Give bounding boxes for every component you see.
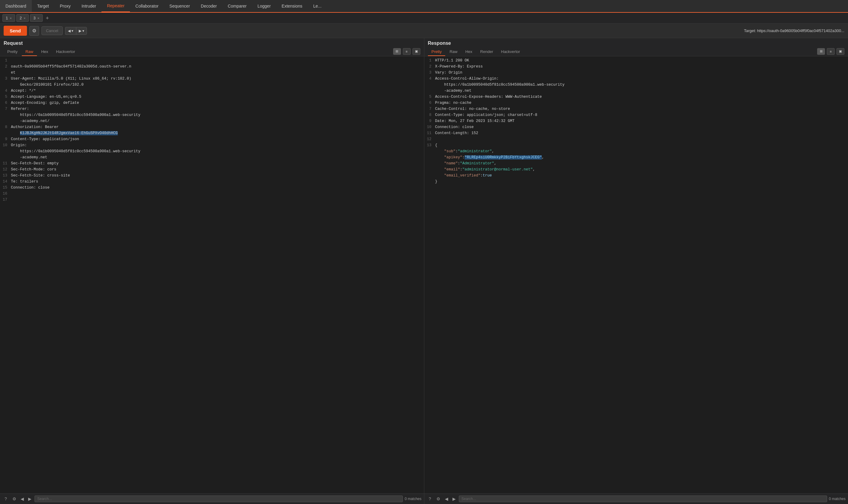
request-search-section: ? ⚙ ◀ ▶ 0 matches [0, 494, 424, 504]
request-line-19: 16 [0, 191, 424, 197]
settings-icon-button[interactable]: ⚙ [29, 26, 39, 36]
request-line-3: 3 User-Agent: Mozilla/5.0 (X11; Linux x8… [0, 76, 424, 88]
response-tab-pretty[interactable]: Pretty [428, 48, 445, 56]
request-title: Request [4, 40, 420, 46]
nav-comparer[interactable]: Comparer [222, 0, 252, 12]
tab-1-close[interactable]: × [10, 16, 12, 20]
auth-token-selected: K1JBJKgHNJJKJtG4RJgmxVael6-EhGuSPXvO40dh… [20, 131, 118, 135]
response-line-2: 2 X-Powered-By: Express [424, 64, 848, 70]
response-tab-row: Pretty Raw Hex Render Hackvertor ⊞ ≡ ▣ [428, 48, 845, 56]
response-line-19: "email_verified":true [424, 173, 848, 179]
request-search-prev[interactable]: ◀ [19, 496, 25, 502]
request-matches-label: 0 matches [405, 497, 421, 501]
request-tab-icons: ⊞ ≡ ▣ [393, 48, 420, 56]
nav-decoder[interactable]: Decoder [195, 0, 222, 12]
request-line-5: 5 Accept-Language: en-US,en;q=0.5 [0, 94, 424, 100]
request-settings-icon[interactable]: ⚙ [11, 496, 18, 502]
nav-logger[interactable]: Logger [252, 0, 276, 12]
nav-extensions[interactable]: Extensions [276, 0, 308, 12]
response-tab-hackvertor[interactable]: Hackvertor [497, 48, 524, 56]
tab-3-label: 3 [33, 16, 35, 20]
request-tab-row: Pretty Raw Hex Hackvertor ⊞ ≡ ▣ [4, 48, 420, 56]
response-tab-raw[interactable]: Raw [446, 48, 461, 56]
response-line-7: 6 Pragma: no-cache [424, 100, 848, 106]
request-tab-raw[interactable]: Raw [22, 48, 37, 56]
request-search-input[interactable] [35, 496, 403, 502]
next-button[interactable]: ▶ ▾ [76, 27, 87, 35]
apikey-value-selected: "RLREp4siU0RmkkyP2BiFbYtxghskJCEG" [464, 155, 542, 160]
response-code-area[interactable]: 1 HTTP/1.1 200 OK 2 X-Powered-By: Expres… [424, 56, 848, 493]
request-line-2: 2 oauth-0a96005b04ff5f0ac04f571402a3005d… [0, 64, 424, 76]
request-line-9: 8 Authorization: Bearer [0, 124, 424, 130]
tab-2-label: 2 [20, 16, 22, 20]
request-view-icon-2[interactable]: ≡ [403, 48, 411, 55]
request-line-16: 13 Sec-Fetch-Site: cross-site [0, 173, 424, 179]
request-help-icon[interactable]: ? [2, 496, 9, 502]
response-tab-render[interactable]: Render [477, 48, 497, 56]
response-line-13: 12 [424, 136, 848, 142]
request-line-14: 11 Sec-Fetch-Dest: empty [0, 160, 424, 166]
tab-3-close[interactable]: × [38, 16, 39, 20]
nav-button-group: ◀ ▾ ▶ ▾ [65, 27, 87, 35]
response-help-icon[interactable]: ? [427, 496, 434, 502]
request-code-area[interactable]: 1 2 oauth-0a96005b04ff5f0ac04f571402a300… [0, 56, 424, 493]
response-search-prev[interactable]: ◀ [444, 496, 449, 502]
request-tab-pretty[interactable]: Pretty [4, 48, 21, 56]
response-panel: Response Pretty Raw Hex Render Hackverto… [424, 38, 848, 504]
response-view-icon-3[interactable]: ▣ [836, 48, 844, 55]
nav-dashboard[interactable]: Dashboard [0, 0, 32, 12]
request-line-18: 15 Connection: close [0, 185, 424, 191]
repeater-tab-2[interactable]: 2 × [16, 14, 29, 22]
tab-1-label: 1 [6, 16, 8, 20]
response-line-18: "email":"administrator@normal-user.net", [424, 166, 848, 173]
request-line-12: 10 Origin: [0, 142, 424, 148]
response-tab-hex[interactable]: Hex [462, 48, 476, 56]
response-line-17: "name":"Administrator", [424, 160, 848, 166]
send-button[interactable]: Send [4, 26, 27, 36]
request-tab-hex[interactable]: Hex [38, 48, 52, 56]
request-panel: Request Pretty Raw Hex Hackvertor ⊞ ≡ ▣ … [0, 38, 424, 504]
response-line-3: 3 Vary: Origin [424, 70, 848, 76]
nav-target[interactable]: Target [32, 0, 54, 12]
response-line-9: 8 Content-Type: application/json; charse… [424, 112, 848, 118]
main-area: Request Pretty Raw Hex Hackvertor ⊞ ≡ ▣ … [0, 38, 848, 504]
response-view-icon-2[interactable]: ≡ [827, 48, 835, 55]
response-line-10: 9 Date: Mon, 27 Feb 2023 15:42:32 GMT [424, 118, 848, 124]
nav-learn[interactable]: Le... [308, 0, 327, 12]
target-label: Target: https://oauth-0a96005b04ff5f0ac0… [744, 29, 844, 33]
request-view-icon-3[interactable]: ▣ [412, 48, 420, 55]
response-search-next[interactable]: ▶ [451, 496, 457, 502]
response-line-20: } [424, 179, 848, 185]
nav-collaborator[interactable]: Collaborator [130, 0, 164, 12]
response-tab-icons: ⊞ ≡ ▣ [817, 48, 844, 56]
response-line-8: 7 Cache-Control: no-cache, no-store [424, 106, 848, 112]
request-panel-header: Request Pretty Raw Hex Hackvertor ⊞ ≡ ▣ [0, 38, 424, 56]
response-title: Response [428, 40, 845, 46]
tab-2-close[interactable]: × [24, 16, 25, 20]
toolbar: Send ⚙ Cancel ◀ ▾ ▶ ▾ Target: https://oa… [0, 24, 848, 38]
prev-button[interactable]: ◀ ▾ [65, 27, 76, 35]
request-tab-hackvertor[interactable]: Hackvertor [52, 48, 79, 56]
add-tab-button[interactable]: + [44, 15, 51, 21]
request-view-icon-1[interactable]: ⊞ [393, 48, 401, 55]
response-line-12: 11 Content-Length: 152 [424, 130, 848, 136]
response-search-input[interactable] [459, 496, 827, 502]
request-bottom-bar: ? ⚙ ◀ ▶ 0 matches [0, 493, 424, 504]
nav-sequencer[interactable]: Sequencer [164, 0, 195, 12]
request-line-17: 14 Te: trailers [0, 179, 424, 185]
repeater-tab-3[interactable]: 3 × [30, 14, 43, 22]
request-line-4: 4 Accept: */* [0, 88, 424, 94]
nav-proxy[interactable]: Proxy [54, 0, 76, 12]
nav-intruder[interactable]: Intruder [76, 0, 102, 12]
request-line-7: 7 Referer: [0, 106, 424, 112]
response-settings-icon[interactable]: ⚙ [435, 496, 442, 502]
nav-repeater[interactable]: Repeater [102, 0, 130, 12]
request-line-10: K1JBJKgHNJJKJtG4RJgmxVael6-EhGuSPXvO40dh… [0, 130, 424, 136]
request-line-15: 12 Sec-Fetch-Mode: cors [0, 166, 424, 173]
response-line-1: 1 HTTP/1.1 200 OK [424, 57, 848, 64]
response-line-11: 10 Connection: close [424, 124, 848, 130]
request-search-next[interactable]: ▶ [27, 496, 33, 502]
repeater-tab-1[interactable]: 1 × [2, 14, 15, 22]
response-view-icon-1[interactable]: ⊞ [817, 48, 825, 55]
cancel-button[interactable]: Cancel [41, 26, 63, 35]
